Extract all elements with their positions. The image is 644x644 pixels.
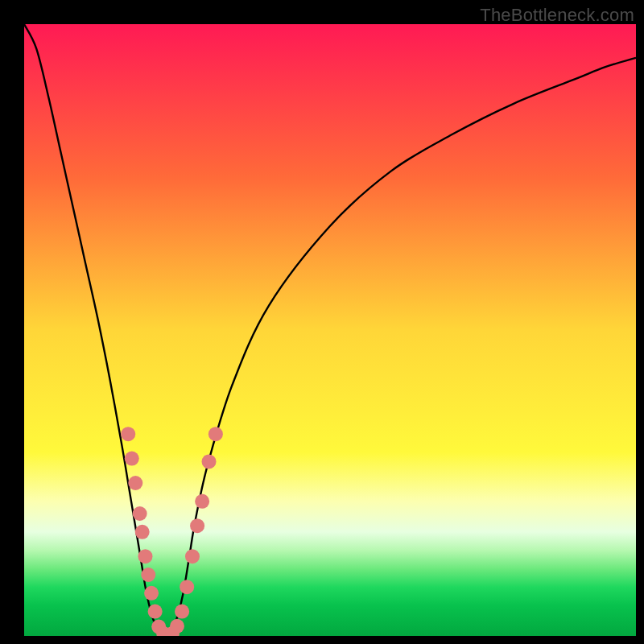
scatter-dot: [135, 525, 150, 539]
scatter-dot: [190, 518, 204, 533]
scatter-dot: [128, 476, 142, 490]
scatter-dot: [133, 506, 147, 521]
scatter-dot: [175, 605, 189, 619]
plot-area: [24, 24, 636, 636]
scatter-dot: [148, 605, 163, 619]
watermark-text: TheBottleneck.com: [480, 5, 634, 26]
scatter-dot: [180, 580, 194, 594]
scatter-dot: [170, 619, 184, 634]
bottleneck-chart: [24, 24, 636, 636]
scatter-dot: [208, 427, 223, 441]
gradient-background: [24, 24, 636, 636]
scatter-dot: [141, 568, 155, 582]
scatter-dot: [121, 427, 135, 441]
scatter-dot: [138, 549, 152, 564]
scatter-dot: [144, 586, 159, 601]
scatter-dot: [125, 452, 139, 466]
scatter-dot: [202, 454, 217, 469]
scatter-dot: [185, 549, 200, 564]
chart-frame: TheBottleneck.com: [0, 0, 644, 644]
scatter-dot: [195, 494, 209, 509]
